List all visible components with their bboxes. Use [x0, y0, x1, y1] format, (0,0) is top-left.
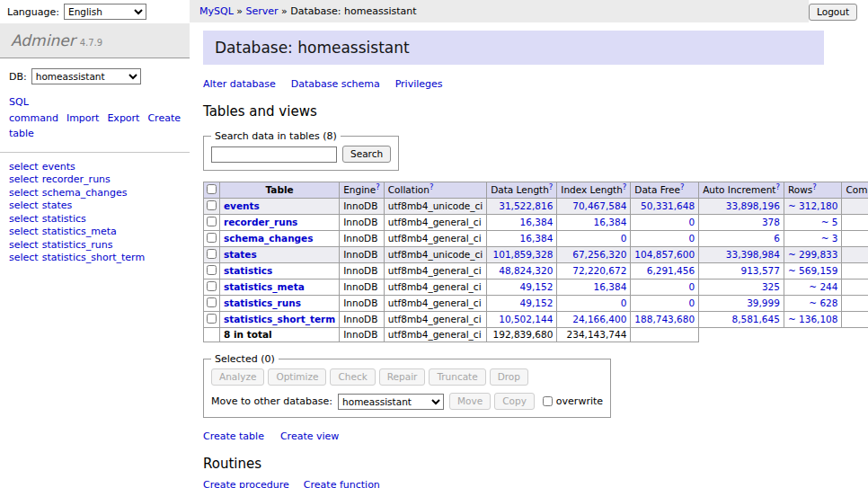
- column-help-link[interactable]: ?: [680, 182, 685, 191]
- routines-link-create-function[interactable]: Create function: [304, 479, 380, 488]
- db-select[interactable]: homeassistant: [31, 68, 141, 84]
- data-free-link[interactable]: 0: [688, 297, 695, 308]
- rows-count-link[interactable]: ~ 5: [821, 217, 838, 227]
- row-checkbox[interactable]: [207, 281, 217, 291]
- row-checkbox[interactable]: [207, 297, 217, 307]
- table-name-link[interactable]: events: [224, 200, 260, 211]
- select-link[interactable]: select: [9, 161, 39, 173]
- column-help-link[interactable]: ?: [549, 182, 554, 191]
- adminer-logo[interactable]: Adminer: [11, 31, 75, 49]
- table-link[interactable]: statistics_short_term: [42, 252, 145, 263]
- rows-count-link[interactable]: ~ 569,159: [788, 265, 838, 276]
- table-name-link[interactable]: statistics_runs: [224, 297, 301, 308]
- bulk-analyze-button[interactable]: Analyze: [211, 368, 264, 386]
- select-link[interactable]: select: [9, 200, 39, 211]
- data-free-link[interactable]: 0: [688, 233, 695, 244]
- table-name-link[interactable]: statistics_short_term: [224, 314, 335, 324]
- table-link[interactable]: schema_changes: [42, 187, 128, 199]
- bulk-truncate-button[interactable]: Truncate: [429, 368, 485, 386]
- auto-increment-link[interactable]: 8,581,645: [731, 314, 779, 324]
- sidebar-link-sql-command[interactable]: SQL command: [9, 96, 58, 124]
- table-link[interactable]: states: [42, 200, 73, 211]
- table-name-link[interactable]: states: [224, 249, 257, 260]
- move-db-select[interactable]: homeassistant: [338, 394, 444, 410]
- rows-count-link[interactable]: ~ 3: [821, 233, 838, 244]
- row-checkbox[interactable]: [207, 233, 217, 243]
- rows-count-link[interactable]: ~ 628: [809, 297, 837, 308]
- select-link[interactable]: select: [9, 252, 39, 263]
- select-link[interactable]: select: [9, 173, 39, 185]
- column-help-link[interactable]: ?: [812, 182, 817, 191]
- select-all-checkbox[interactable]: [207, 184, 217, 194]
- data-length-link[interactable]: 49,152: [520, 281, 554, 292]
- data-length-link[interactable]: 101,859,328: [493, 249, 554, 260]
- column-help-link[interactable]: ?: [430, 182, 434, 191]
- table-name-link[interactable]: recorder_runs: [224, 217, 297, 227]
- bulk-optimize-button[interactable]: Optimize: [268, 368, 326, 386]
- row-checkbox[interactable]: [207, 200, 217, 210]
- index-length-link[interactable]: 72,220,672: [572, 265, 626, 276]
- bulk-repair-button[interactable]: Repair: [379, 368, 426, 386]
- db-action-database-schema[interactable]: Database schema: [291, 78, 380, 90]
- data-length-link[interactable]: 16,384: [520, 217, 554, 227]
- overwrite-checkbox[interactable]: [543, 396, 553, 406]
- data-length-link[interactable]: 48,824,320: [499, 265, 553, 276]
- rows-count-link[interactable]: ~ 299,833: [788, 249, 838, 260]
- data-free-link[interactable]: 6,291,456: [647, 265, 695, 276]
- data-free-link[interactable]: 0: [688, 217, 695, 227]
- breadcrumb-link[interactable]: MySQL: [199, 5, 234, 17]
- index-length-link[interactable]: 0: [621, 297, 627, 308]
- index-length-link[interactable]: 16,384: [594, 217, 627, 227]
- logout-button[interactable]: Logout: [809, 4, 857, 21]
- index-length-link[interactable]: 0: [621, 233, 627, 244]
- auto-increment-link[interactable]: 6: [774, 233, 780, 244]
- search-button[interactable]: Search: [342, 146, 391, 163]
- table-link[interactable]: recorder_runs: [42, 173, 111, 185]
- table-name-link[interactable]: statistics_meta: [224, 281, 305, 292]
- data-length-link[interactable]: 49,152: [520, 297, 554, 308]
- row-checkbox[interactable]: [207, 249, 217, 259]
- rows-count-link[interactable]: ~ 312,180: [788, 200, 838, 211]
- data-length-link[interactable]: 31,522,816: [499, 200, 553, 211]
- bulk-drop-button[interactable]: Drop: [490, 368, 528, 386]
- index-length-link[interactable]: 67,256,320: [572, 249, 626, 260]
- index-length-link[interactable]: 24,166,400: [572, 314, 626, 324]
- sidebar-link-import[interactable]: Import: [66, 112, 100, 124]
- breadcrumb-link[interactable]: Server: [246, 5, 279, 17]
- auto-increment-link[interactable]: 378: [762, 217, 780, 227]
- language-select[interactable]: English: [64, 4, 146, 20]
- create-link-create-view[interactable]: Create view: [280, 430, 339, 442]
- data-length-link[interactable]: 16,384: [520, 233, 554, 244]
- table-link[interactable]: events: [42, 161, 75, 173]
- auto-increment-link[interactable]: 39,999: [747, 297, 780, 308]
- index-length-link[interactable]: 16,384: [594, 281, 627, 292]
- auto-increment-link[interactable]: 913,577: [741, 265, 780, 276]
- create-link-create-table[interactable]: Create table: [203, 430, 264, 442]
- table-link[interactable]: statistics_meta: [42, 226, 117, 237]
- rows-count-link[interactable]: ~ 136,108: [788, 314, 838, 324]
- db-action-alter-database[interactable]: Alter database: [203, 78, 276, 90]
- table-link[interactable]: statistics_runs: [42, 239, 113, 251]
- rows-count-link[interactable]: ~ 244: [809, 281, 837, 292]
- row-checkbox[interactable]: [207, 314, 217, 324]
- sidebar-link-export[interactable]: Export: [107, 112, 139, 124]
- table-name-link[interactable]: statistics: [224, 265, 272, 276]
- select-link[interactable]: select: [9, 226, 39, 237]
- select-link[interactable]: select: [9, 213, 39, 225]
- column-help-link[interactable]: ?: [376, 182, 380, 191]
- bulk-check-button[interactable]: Check: [330, 368, 375, 386]
- row-checkbox[interactable]: [207, 217, 217, 226]
- column-help-link[interactable]: ?: [623, 182, 627, 191]
- db-action-privileges[interactable]: Privileges: [395, 78, 443, 90]
- copy-button[interactable]: Copy: [494, 393, 535, 410]
- data-length-link[interactable]: 10,502,144: [499, 314, 553, 324]
- auto-increment-link[interactable]: 33,898,196: [726, 200, 780, 211]
- auto-increment-link[interactable]: 33,398,984: [726, 249, 780, 260]
- table-name-link[interactable]: schema_changes: [224, 233, 314, 244]
- routines-link-create-procedure[interactable]: Create procedure: [203, 479, 289, 488]
- index-length-link[interactable]: 70,467,584: [572, 200, 626, 211]
- row-checkbox[interactable]: [207, 265, 217, 275]
- data-free-link[interactable]: 0: [688, 281, 695, 292]
- select-link[interactable]: select: [9, 187, 39, 199]
- search-input[interactable]: [211, 146, 337, 163]
